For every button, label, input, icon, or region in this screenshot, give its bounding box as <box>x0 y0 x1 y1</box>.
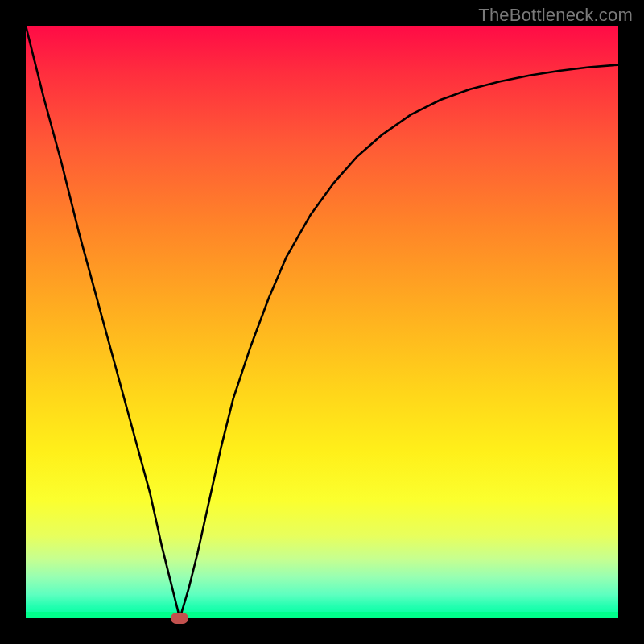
plot-area <box>26 26 618 618</box>
chart-frame: TheBottleneck.com <box>0 0 644 644</box>
minimum-marker <box>171 613 188 624</box>
curve-layer <box>26 26 618 618</box>
watermark-text: TheBottleneck.com <box>478 5 633 26</box>
bottleneck-curve <box>26 26 618 618</box>
